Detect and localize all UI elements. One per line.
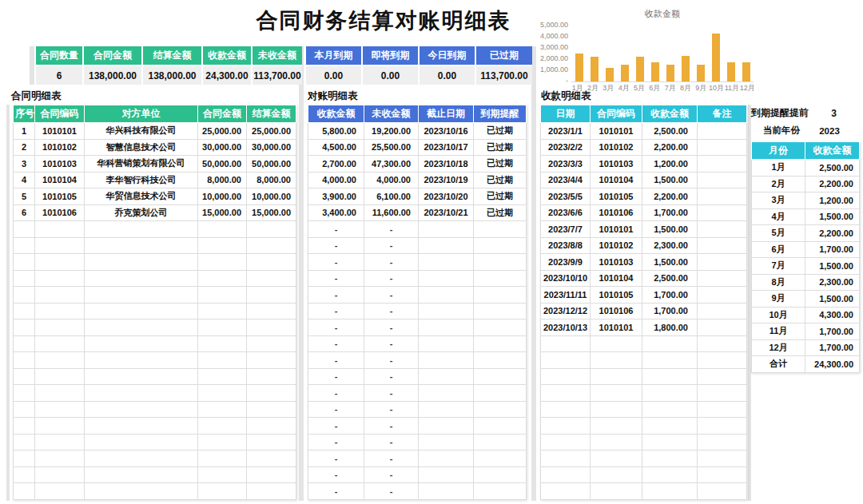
table-cell[interactable] <box>35 221 85 238</box>
table-cell[interactable] <box>698 450 747 467</box>
table-cell[interactable]: - <box>308 385 364 402</box>
table-cell[interactable] <box>35 418 85 435</box>
table-cell[interactable]: - <box>364 368 419 385</box>
table-cell[interactable] <box>198 254 247 271</box>
table-cell[interactable] <box>474 483 527 500</box>
table-cell[interactable] <box>14 466 35 483</box>
table-cell[interactable] <box>541 434 591 450</box>
table-cell[interactable]: 2,200.00 <box>642 189 698 205</box>
table-cell[interactable] <box>85 352 198 369</box>
table-cell[interactable] <box>474 287 527 304</box>
table-cell[interactable] <box>419 287 474 304</box>
table-cell[interactable] <box>198 319 247 336</box>
table-cell[interactable]: 1010103 <box>591 156 642 173</box>
table-cell[interactable]: - <box>364 385 419 402</box>
table-cell[interactable] <box>35 368 85 385</box>
table-cell[interactable]: 2,300.00 <box>642 237 698 254</box>
table-cell[interactable]: 智慧信息技术公司 <box>85 139 198 156</box>
table-cell[interactable]: 2023/10/18 <box>419 156 474 173</box>
table-cell[interactable] <box>698 418 747 435</box>
table-cell[interactable]: 25,500.00 <box>364 139 419 156</box>
table-cell[interactable] <box>35 483 85 500</box>
table-cell[interactable]: 25,000.00 <box>198 123 247 140</box>
table-cell[interactable]: 6 <box>14 204 35 221</box>
table-cell[interactable] <box>198 418 247 435</box>
table-cell[interactable] <box>642 335 698 352</box>
table-cell[interactable]: - <box>364 418 419 435</box>
table-cell[interactable] <box>591 401 642 418</box>
table-cell[interactable]: 合计 <box>752 356 805 373</box>
table-cell[interactable] <box>698 189 747 205</box>
table-cell[interactable]: 2,500.00 <box>805 160 860 177</box>
table-cell[interactable] <box>419 466 474 483</box>
table-cell[interactable]: - <box>308 401 364 418</box>
table-cell[interactable] <box>474 385 527 402</box>
table-cell[interactable]: 2,300.00 <box>805 274 860 291</box>
table-cell[interactable]: - <box>364 401 419 418</box>
table-cell[interactable] <box>198 483 247 500</box>
table-cell[interactable] <box>35 450 85 467</box>
table-cell[interactable] <box>698 401 747 418</box>
table-cell[interactable]: 8月 <box>752 274 805 291</box>
table-cell[interactable]: 2,500.00 <box>642 123 698 140</box>
table-cell[interactable]: 1,700.00 <box>642 204 698 221</box>
table-cell[interactable]: 2023/10/21 <box>419 204 474 221</box>
table-cell[interactable]: - <box>364 237 419 254</box>
table-cell[interactable]: - <box>364 270 419 287</box>
table-cell[interactable] <box>85 483 198 500</box>
table-cell[interactable] <box>247 466 296 483</box>
table-cell[interactable]: 30,000.00 <box>198 139 247 156</box>
table-cell[interactable]: 15,000.00 <box>247 204 296 221</box>
table-cell[interactable] <box>247 254 296 271</box>
table-cell[interactable]: 1010106 <box>591 303 642 319</box>
table-cell[interactable] <box>85 450 198 467</box>
table-cell[interactable]: 2023/9/9 <box>541 254 591 271</box>
table-cell[interactable]: 1,500.00 <box>805 208 860 225</box>
table-cell[interactable] <box>85 466 198 483</box>
table-cell[interactable] <box>198 385 247 402</box>
table-cell[interactable] <box>419 335 474 352</box>
table-cell[interactable]: 50,000.00 <box>198 156 247 173</box>
table-cell[interactable] <box>642 434 698 450</box>
table-cell[interactable]: 2023/10/20 <box>419 189 474 205</box>
table-cell[interactable]: 1,200.00 <box>805 192 860 209</box>
table-cell[interactable] <box>698 352 747 369</box>
table-cell[interactable] <box>698 303 747 319</box>
table-cell[interactable] <box>541 385 591 402</box>
table-cell[interactable] <box>698 139 747 156</box>
table-cell[interactable]: 1,700.00 <box>642 287 698 304</box>
table-cell[interactable] <box>419 418 474 435</box>
table-cell[interactable] <box>14 385 35 402</box>
table-cell[interactable]: 李华智行科技公司 <box>85 172 198 189</box>
table-cell[interactable]: 2023/11/11 <box>541 287 591 304</box>
table-cell[interactable]: 4,300.00 <box>805 307 860 323</box>
table-cell[interactable]: 2,500.00 <box>642 270 698 287</box>
summary-value-cell[interactable]: 138,000.00 <box>84 66 141 85</box>
table-cell[interactable] <box>591 450 642 467</box>
table-cell[interactable] <box>642 483 698 500</box>
table-cell[interactable] <box>35 319 85 336</box>
table-cell[interactable] <box>14 368 35 385</box>
table-cell[interactable] <box>247 221 296 238</box>
table-cell[interactable]: 3,900.00 <box>308 189 364 205</box>
table-cell[interactable] <box>14 418 35 435</box>
table-cell[interactable]: 2023/8/8 <box>541 237 591 254</box>
table-cell[interactable] <box>14 237 35 254</box>
table-cell[interactable] <box>85 434 198 450</box>
table-cell[interactable] <box>698 434 747 450</box>
table-cell[interactable]: 1,500.00 <box>642 172 698 189</box>
table-cell[interactable]: - <box>364 434 419 450</box>
table-cell[interactable] <box>591 368 642 385</box>
table-cell[interactable]: 2023/10/10 <box>541 270 591 287</box>
table-cell[interactable]: 华兴科技有限公司 <box>85 123 198 140</box>
table-cell[interactable]: 4月 <box>752 208 805 225</box>
table-cell[interactable] <box>198 303 247 319</box>
table-cell[interactable]: 4,000.00 <box>364 172 419 189</box>
table-cell[interactable] <box>14 450 35 467</box>
table-cell[interactable]: 2023/6/6 <box>541 204 591 221</box>
table-cell[interactable] <box>85 385 198 402</box>
table-cell[interactable]: 1010105 <box>591 287 642 304</box>
table-cell[interactable] <box>591 483 642 500</box>
table-cell[interactable]: 1,500.00 <box>805 258 860 275</box>
table-cell[interactable]: - <box>308 352 364 369</box>
